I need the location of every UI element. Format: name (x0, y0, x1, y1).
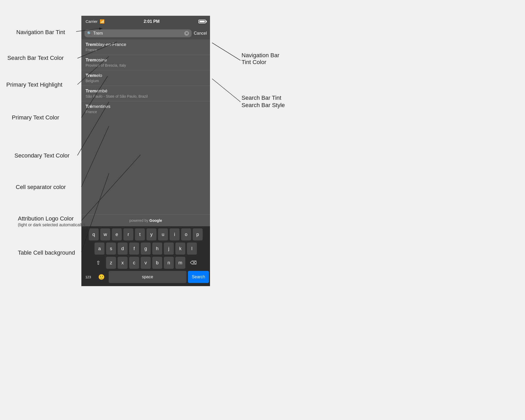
key-h[interactable]: h (152, 243, 162, 255)
search-input-text[interactable]: Trem (93, 31, 183, 36)
result-item-2[interactable]: Tremosine Province of Brescia, Italy (81, 55, 210, 70)
key-x[interactable]: x (118, 257, 128, 269)
phone-mockup: Carrier 📶 2:01 PM 🔍 Trem ✕ Cancel (81, 16, 210, 286)
result-secondary-5: France (86, 110, 206, 114)
key-p[interactable]: p (193, 228, 203, 240)
label-secondary-text-color: Secondary Text Color (14, 152, 70, 159)
key-d[interactable]: d (118, 243, 128, 255)
label-attribution-logo-note: (light or dark selected automatically) (18, 223, 85, 227)
label-nav-bar-tint: Navigation Bar Tint (16, 29, 65, 35)
key-shift[interactable]: ⇧ (92, 257, 104, 269)
cancel-button[interactable]: Cancel (194, 31, 207, 36)
keyboard-row-1: q w e r t y u i o p (82, 228, 209, 240)
label-search-bar-style-right: Search Bar Style (242, 102, 285, 108)
wifi-icon: 📶 (100, 19, 105, 24)
search-clear-button[interactable]: ✕ (184, 31, 189, 36)
label-primary-text-color: Primary Text Color (12, 114, 59, 121)
key-m[interactable]: m (175, 257, 185, 269)
result-secondary-1: France (86, 48, 206, 52)
search-input-wrap[interactable]: 🔍 Trem ✕ (85, 29, 192, 37)
result-secondary-3: Belgium (86, 79, 206, 83)
annotations-svg: Navigation Bar Tint Search Bar Text Colo… (0, 0, 525, 420)
label-search-bar-tint-right: Search Bar Tint (242, 94, 281, 101)
key-u[interactable]: u (158, 228, 168, 240)
keyboard: q w e r t y u i o p a s d f g (81, 226, 210, 286)
key-f[interactable]: f (129, 243, 139, 255)
result-secondary-2: Province of Brescia, Italy (86, 63, 206, 67)
key-r[interactable]: r (123, 228, 133, 240)
result-primary-5: Trémentines (86, 104, 206, 109)
key-o[interactable]: o (181, 228, 191, 240)
label-table-cell-bg: Table Cell background (18, 249, 75, 256)
highlight-2: Trem (86, 57, 96, 62)
key-c[interactable]: c (129, 257, 139, 269)
search-button[interactable]: Search (188, 271, 209, 283)
key-a[interactable]: a (94, 243, 104, 255)
key-k[interactable]: k (175, 243, 185, 255)
label-primary-text-highlight: Primary Text Highlight (6, 81, 62, 88)
key-space[interactable]: space (109, 271, 186, 283)
result-primary-2: Tremosine (86, 57, 206, 63)
key-b[interactable]: b (152, 257, 162, 269)
highlight-5: Tré (86, 104, 92, 109)
page-container: Carrier 📶 2:01 PM 🔍 Trem ✕ Cancel (0, 0, 525, 420)
key-backspace[interactable]: ⌫ (187, 257, 200, 269)
highlight-4: Trem (86, 88, 96, 93)
keyboard-row-3: ⇧ z x c v b n m ⌫ (82, 257, 209, 269)
key-numbers[interactable]: 123 (82, 271, 94, 283)
label-attribution-logo-color: Attribution Logo Color (18, 215, 74, 222)
battery-icon (198, 20, 206, 23)
attribution-brand: Google (149, 218, 162, 223)
label-nav-bar-tint-color-right2: Tint Color (242, 59, 266, 65)
status-bar: Carrier 📶 2:01 PM (81, 16, 210, 27)
key-n[interactable]: n (164, 257, 174, 269)
result-item-5[interactable]: Trémentines France (81, 101, 210, 117)
highlight-3: Trem (86, 73, 96, 78)
key-j[interactable]: j (164, 243, 174, 255)
key-g[interactable]: g (141, 243, 151, 255)
attribution-prefix: powered by (129, 218, 149, 223)
keyboard-row-bottom: 123 🙂 space Search (82, 271, 209, 283)
result-primary-3: Tremelo (86, 73, 206, 78)
result-primary-4: Tremembé (86, 88, 206, 94)
key-e[interactable]: e (112, 228, 122, 240)
key-z[interactable]: z (106, 257, 116, 269)
highlight-1: Trem (86, 42, 96, 47)
result-item-4[interactable]: Tremembé São Paulo - State of São Paulo,… (81, 86, 210, 101)
key-w[interactable]: w (100, 228, 110, 240)
results-list: Tremblay-en-France France Tremosine Prov… (81, 39, 210, 214)
key-emoji[interactable]: 🙂 (96, 271, 107, 283)
time-text: 2:01 PM (144, 19, 159, 24)
arrow-nav-bar-tint-color-right (212, 43, 240, 60)
result-secondary-4: São Paulo - State of São Paulo, Brazil (86, 94, 206, 98)
key-i[interactable]: i (170, 228, 180, 240)
label-nav-bar-tint-color-right: Navigation Bar (242, 52, 279, 59)
result-item-3[interactable]: Tremelo Belgium (81, 70, 210, 86)
result-primary-1: Tremblay-en-France (86, 42, 206, 47)
key-y[interactable]: y (146, 228, 156, 240)
label-cell-separator-color: Cell separator color (16, 184, 66, 190)
search-bar[interactable]: 🔍 Trem ✕ Cancel (81, 27, 210, 39)
attribution-bar: powered by Google (81, 214, 210, 226)
carrier-text: Carrier 📶 (86, 19, 105, 24)
key-t[interactable]: t (135, 228, 145, 240)
key-l[interactable]: l (187, 243, 197, 255)
key-q[interactable]: q (89, 228, 99, 240)
keyboard-row-2: a s d f g h j k l (82, 243, 209, 255)
result-item-1[interactable]: Tremblay-en-France France (81, 39, 210, 55)
key-v[interactable]: v (141, 257, 151, 269)
arrow-search-bar-tint-right (212, 79, 240, 102)
search-icon: 🔍 (87, 31, 92, 35)
key-s[interactable]: s (106, 243, 116, 255)
label-search-bar-text-color: Search Bar Text Color (7, 55, 64, 61)
